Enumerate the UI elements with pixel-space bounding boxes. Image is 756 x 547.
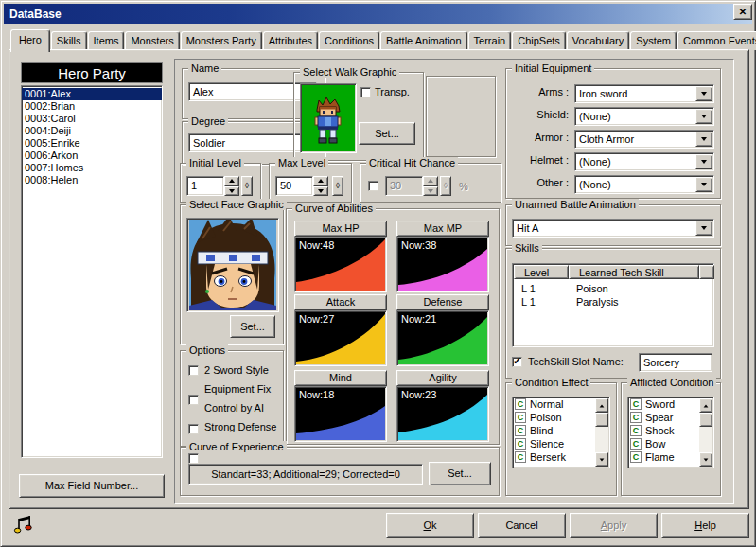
- initial-equipment-group-label: Initial Equipment: [512, 62, 594, 74]
- scroll-up-icon: [595, 398, 608, 413]
- tab-vocabulary[interactable]: Vocabulary: [567, 31, 629, 50]
- face-graphic-preview: [186, 218, 279, 312]
- ok-button[interactable]: Ok: [386, 513, 474, 538]
- strong-defense-label: Strong Defense: [204, 421, 276, 432]
- condition-icon: C: [515, 398, 526, 410]
- equipment-fix-checkbox[interactable]: [188, 395, 199, 405]
- walk-graphic-set-button[interactable]: Set...: [359, 122, 415, 145]
- tab-terrain[interactable]: Terrain: [468, 31, 512, 50]
- skills-col-filler: [699, 265, 714, 279]
- tab-battle-animation[interactable]: Battle Animation: [380, 31, 467, 50]
- afflicted-condition-scrollbar[interactable]: [699, 398, 712, 467]
- hero-list-item[interactable]: 0003:Carol: [22, 113, 162, 125]
- transp-label: Transp.: [375, 86, 410, 97]
- techskill-slot-input[interactable]: Sorcery: [639, 353, 712, 372]
- critical-hit-checkbox[interactable]: [368, 181, 378, 191]
- control-by-ai-checkbox[interactable]: [188, 424, 199, 434]
- initial-level-detail-button[interactable]: ◊: [241, 176, 253, 196]
- skills-col-level[interactable]: Level: [514, 265, 569, 279]
- battle-animation-dropdown-icon[interactable]: [695, 221, 712, 236]
- hero-list-item[interactable]: 0001:Alex: [22, 88, 162, 100]
- cancel-button[interactable]: Cancel: [478, 513, 566, 538]
- maxmp-curve[interactable]: Now:38: [396, 237, 489, 292]
- tab-conditions[interactable]: Conditions: [319, 31, 379, 50]
- armor-select[interactable]: Cloth Armor: [574, 130, 714, 149]
- hero-list-item[interactable]: 0007:Homes: [22, 162, 162, 174]
- arms-dropdown-icon[interactable]: [695, 86, 712, 101]
- shield-dropdown-icon[interactable]: [695, 109, 712, 124]
- hero-party-list[interactable]: 0001:Alex 0002:Brian 0003:Carol 0004:Dei…: [21, 85, 163, 458]
- max-level-detail-button[interactable]: ◊: [332, 176, 343, 196]
- critical-hit-spinner: [423, 176, 438, 196]
- attack-curve[interactable]: Now:27: [294, 310, 387, 366]
- hero-list-item[interactable]: 0005:Enrike: [22, 137, 162, 150]
- afflicted-condition-list[interactable]: C Sword C Spear C Shock C Bow C Flame: [627, 397, 714, 468]
- battle-animation-group: Unarmed Battle Animation Hit A: [505, 204, 721, 246]
- skill-row[interactable]: L 1 Paralysis: [514, 296, 714, 309]
- agility-curve[interactable]: Now:23: [396, 386, 489, 442]
- face-graphic-set-button[interactable]: Set...: [230, 315, 275, 338]
- maxhp-now-value: Now:48: [299, 239, 334, 251]
- hero-list-item[interactable]: 0004:Deiji: [22, 125, 162, 137]
- options-group: Options 2 Sword Style Equipment Fix Cont…: [180, 350, 284, 447]
- shield-select[interactable]: (None): [574, 107, 714, 126]
- equipment-fix-label: Equipment Fix: [204, 383, 271, 395]
- other-select[interactable]: (None): [574, 175, 714, 194]
- hero-list-item[interactable]: 0008:Helen: [22, 174, 162, 186]
- skills-group: Skills Level Learned Tech Skill L 1 Pois…: [505, 248, 721, 379]
- critical-hit-input: 30: [385, 176, 423, 196]
- tab-skills[interactable]: Skills: [51, 31, 87, 50]
- tab-chipsets[interactable]: ChipSets: [512, 31, 566, 50]
- tab-common-events[interactable]: Common Events: [677, 31, 756, 50]
- other-dropdown-icon[interactable]: [695, 177, 712, 192]
- armor-dropdown-icon[interactable]: [695, 132, 712, 147]
- tab-hero[interactable]: Hero: [10, 29, 50, 52]
- condition-icon: C: [630, 398, 642, 410]
- tab-system[interactable]: System: [630, 31, 677, 50]
- max-field-number-button[interactable]: Max Field Number...: [19, 474, 165, 498]
- help-button[interactable]: Help: [661, 513, 749, 538]
- condition-effect-list[interactable]: C Normal C Poison C Blind C Silence C Be…: [512, 397, 610, 468]
- tab-items[interactable]: Items: [88, 31, 125, 50]
- scrollbar-thumb: [699, 413, 712, 427]
- hero-list-item[interactable]: 0002:Brian: [22, 100, 162, 113]
- experience-set-button[interactable]: Set...: [429, 462, 491, 485]
- attack-header: Attack: [294, 294, 387, 310]
- check-icon: ✓: [513, 355, 521, 367]
- mind-now-value: Now:18: [299, 389, 334, 400]
- skill-row[interactable]: L 1 Poison: [514, 283, 714, 295]
- helmet-select[interactable]: (None): [574, 152, 714, 171]
- spin-up-icon: [313, 176, 328, 186]
- initial-level-input[interactable]: 1: [186, 176, 224, 196]
- arms-select[interactable]: Iron sword: [574, 84, 714, 103]
- tab-attributes[interactable]: Attributes: [263, 31, 318, 50]
- tab-monsters[interactable]: Monsters: [125, 31, 179, 50]
- hero-list-item[interactable]: 0006:Arkon: [22, 150, 162, 162]
- max-level-input[interactable]: 50: [275, 176, 313, 196]
- percent-label: %: [459, 181, 468, 192]
- titlebar[interactable]: DataBase: [4, 4, 752, 24]
- condition-effect-scrollbar[interactable]: [595, 398, 608, 467]
- tab-monsters-party[interactable]: Monsters Party: [181, 31, 262, 50]
- defense-curve[interactable]: Now:21: [396, 310, 489, 366]
- bgm-note-icon: [12, 515, 35, 536]
- two-sword-style-checkbox[interactable]: [188, 365, 199, 376]
- degree-group-label: Degree: [188, 115, 228, 127]
- skills-col-skill[interactable]: Learned Tech Skill: [569, 265, 699, 279]
- maxhp-curve[interactable]: Now:48: [294, 237, 387, 292]
- spin-down-icon: [423, 186, 438, 197]
- helmet-dropdown-icon[interactable]: [695, 154, 712, 169]
- condition-icon: C: [630, 438, 642, 450]
- battle-animation-select[interactable]: Hit A: [512, 219, 714, 238]
- condition-effect-group-label: Condition Effect: [512, 377, 590, 388]
- skills-table[interactable]: Level Learned Tech Skill L 1 Poison L 1 …: [512, 263, 714, 347]
- transp-checkbox[interactable]: [360, 87, 371, 97]
- techskill-slot-checkbox[interactable]: ✓: [512, 357, 522, 367]
- scrollbar-thumb: [595, 413, 608, 427]
- close-button[interactable]: ✕: [733, 4, 752, 20]
- mind-curve[interactable]: Now:18: [294, 386, 387, 442]
- initial-level-spinner[interactable]: [224, 176, 239, 196]
- agility-header: Agility: [396, 370, 489, 386]
- max-level-spinner[interactable]: [313, 176, 328, 196]
- maxmp-header: Max MP: [396, 221, 489, 237]
